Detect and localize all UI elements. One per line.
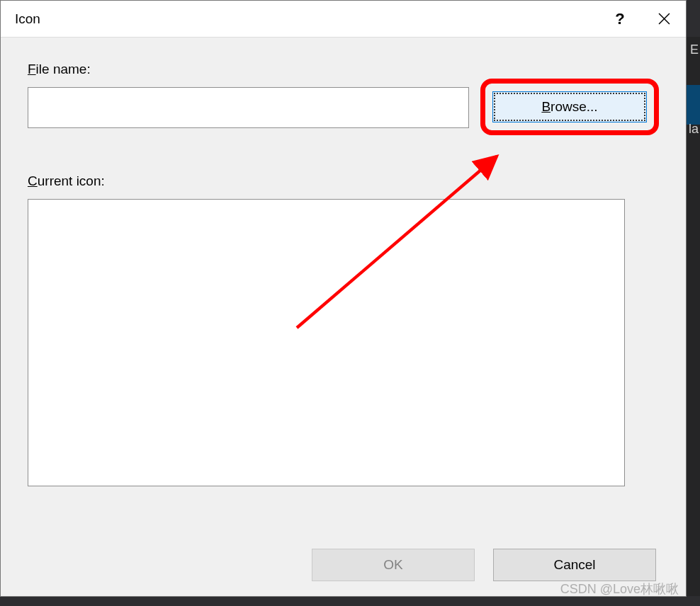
- watermark-text: CSDN @Love林啾啾: [560, 581, 679, 598]
- background-selection: [687, 85, 700, 125]
- file-name-row: Browse...: [28, 87, 659, 144]
- ok-button: OK: [312, 549, 475, 581]
- dialog-title: Icon: [15, 11, 598, 27]
- bg-text: E: [690, 42, 699, 57]
- close-button[interactable]: [642, 1, 686, 38]
- file-name-input[interactable]: [28, 87, 469, 128]
- current-icon-label: Current icon:: [28, 173, 659, 189]
- browse-button[interactable]: Browse...: [492, 91, 647, 122]
- file-name-label: File name:: [28, 62, 659, 77]
- cancel-button[interactable]: Cancel: [493, 549, 656, 581]
- annotation-highlight-box: Browse...: [480, 79, 659, 135]
- icon-dialog: Icon ? File name: Browse... Current icon…: [0, 0, 687, 597]
- titlebar: Icon ?: [1, 1, 686, 38]
- close-icon: [658, 13, 670, 25]
- help-button[interactable]: ?: [598, 1, 642, 38]
- current-icon-preview: [28, 199, 625, 486]
- dialog-content: File name: Browse... Current icon:: [1, 38, 686, 539]
- bg-text: la: [689, 122, 699, 137]
